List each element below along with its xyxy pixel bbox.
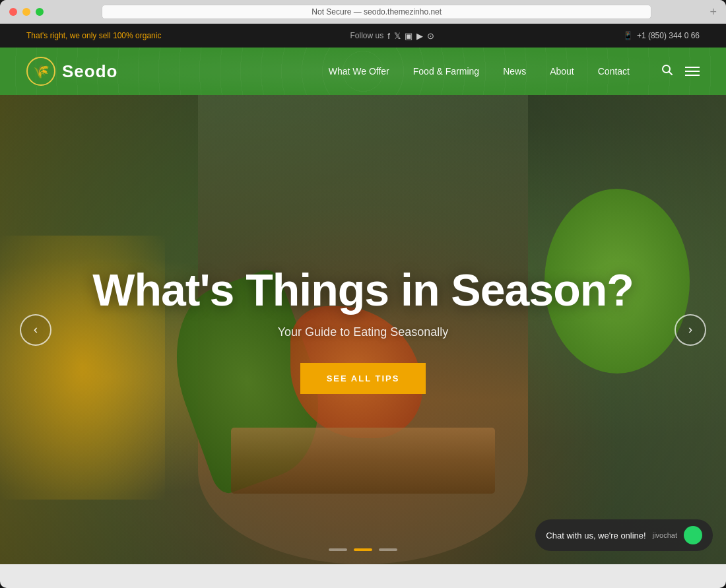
pinterest-icon[interactable]: ⊙ [427,31,434,41]
search-icon [661,64,673,76]
minimize-button[interactable] [22,8,30,16]
nav-actions [661,64,700,79]
hero-title: What's Things in Season? [92,265,634,315]
search-button[interactable] [661,64,673,79]
nav-item-news[interactable]: News [491,61,538,82]
top-bar: That's right, we only sell 100% organic … [0,24,726,48]
nav-item-contact[interactable]: Contact [586,61,642,82]
nav-links: What We Offer Food & Farming News About … [317,61,642,82]
mac-window: Not Secure — seodo.themezinho.net + That… [0,0,726,588]
url-text: Not Secure — seodo.themezinho.net [312,7,442,16]
svg-line-1 [669,71,673,75]
nav-item-what-we-offer[interactable]: What We Offer [317,61,401,82]
browser-content: That's right, we only sell 100% organic … [0,24,726,588]
chat-status-icon [684,526,702,544]
navbar: 🌾 Seodo What We Offer Food & Farming New… [0,48,726,95]
logo-icon: 🌾 [26,57,55,86]
wheat-icon: 🌾 [33,63,50,79]
chat-message: Chat with us, we're online! [546,531,645,540]
youtube-icon[interactable]: ▶ [416,31,423,41]
hero-cta-button[interactable]: SEE ALL TIPS [300,363,426,394]
slider-next-button[interactable]: › [675,314,706,346]
close-button[interactable] [9,8,17,16]
promo-text: That's right, we only sell 100% organic [26,31,161,40]
logo-link[interactable]: 🌾 Seodo [26,57,117,86]
slider-dots [329,548,397,551]
follow-label: Follow us [350,31,384,40]
phone-number: +1 (850) 344 0 66 [637,31,700,40]
hero-section: ‹ What's Things in Season? Your Guide to… [0,95,726,564]
slider-dot-2[interactable] [354,548,372,551]
logo-text: Seodo [62,61,117,82]
chat-brand: jivochat [653,531,677,539]
chevron-right-icon: › [688,323,692,337]
slider-dot-1[interactable] [329,548,347,551]
hero-content: What's Things in Season? Your Guide to E… [0,95,726,564]
hamburger-menu[interactable] [685,67,700,76]
phone-icon: 📱 [623,31,633,40]
facebook-icon[interactable]: f [387,31,390,41]
nav-item-about[interactable]: About [538,61,586,82]
phone-section: 📱 +1 (850) 344 0 66 [623,31,700,40]
maximize-button[interactable] [36,8,44,16]
new-tab-button[interactable]: + [710,6,717,18]
instagram-icon[interactable]: ▣ [405,31,412,41]
twitter-icon[interactable]: 𝕏 [394,31,401,41]
hero-subtitle: Your Guide to Eating Seasonally [278,325,449,339]
address-bar[interactable]: Not Secure — seodo.themezinho.net [102,5,651,19]
slider-dot-3[interactable] [379,548,397,551]
nav-item-food-farming[interactable]: Food & Farming [401,61,491,82]
social-icons: f 𝕏 ▣ ▶ ⊙ [387,31,434,41]
chat-widget[interactable]: Chat with us, we're online! jivochat [535,519,713,551]
mac-titlebar: Not Secure — seodo.themezinho.net + [0,0,726,24]
social-section: Follow us f 𝕏 ▣ ▶ ⊙ [350,31,434,41]
